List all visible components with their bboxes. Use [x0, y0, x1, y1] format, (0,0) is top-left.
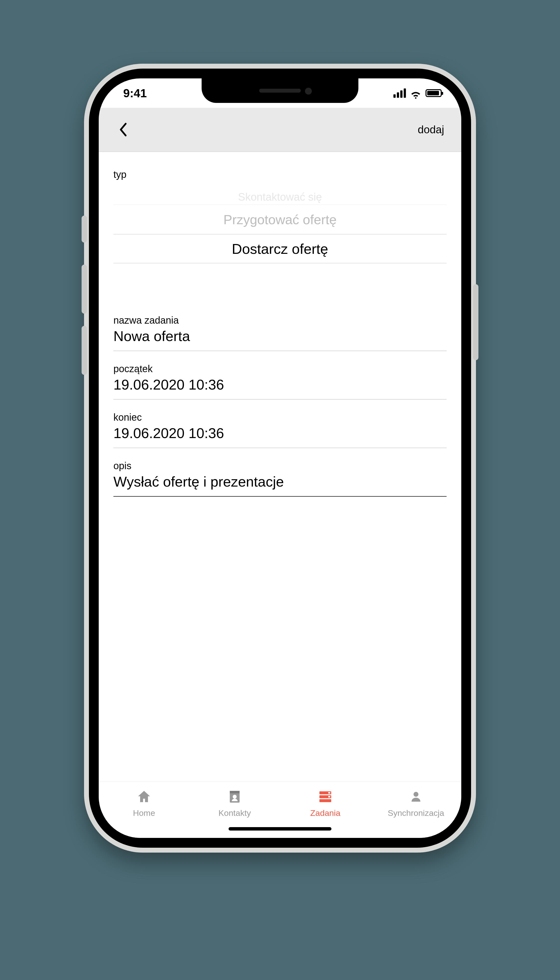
picker-option-selected[interactable]: Dostarcz ofertę [113, 234, 447, 263]
svg-rect-6 [328, 792, 330, 793]
phone-frame: 9:41 dodaj [84, 64, 476, 853]
task-name-value: Nowa oferta [113, 328, 447, 344]
tab-home-label: Home [133, 808, 155, 818]
description-value: Wysłać ofertę i prezentacje [113, 473, 447, 490]
end-field[interactable]: koniec 19.06.2020 10:36 [113, 412, 447, 448]
volume-down-button [82, 326, 87, 375]
home-indicator[interactable] [228, 827, 332, 830]
description-label: opis [113, 460, 447, 472]
battery-icon [425, 89, 442, 97]
task-name-label: nazwa zadania [113, 315, 447, 326]
home-icon [135, 788, 153, 805]
picker-option-above[interactable]: Przygotować ofertę [113, 205, 447, 234]
camera-icon [305, 88, 312, 95]
picker-option-empty [113, 263, 447, 293]
svg-rect-5 [320, 799, 331, 802]
tab-home[interactable]: Home [99, 788, 189, 818]
tasks-icon [317, 788, 334, 805]
power-button [473, 284, 478, 360]
add-button[interactable]: dodaj [415, 118, 447, 141]
tab-contacts[interactable]: Kontakty [189, 788, 280, 818]
screen: 9:41 dodaj [99, 78, 461, 838]
tab-tasks-label: Zadania [310, 808, 340, 818]
task-name-field[interactable]: nazwa zadania Nowa oferta [113, 315, 447, 351]
svg-point-8 [413, 792, 418, 797]
volume-up-button [82, 265, 87, 313]
type-label: typ [113, 169, 447, 180]
mute-switch [82, 216, 87, 243]
svg-rect-1 [230, 791, 240, 793]
notch [202, 78, 358, 103]
description-field[interactable]: opis Wysłać ofertę i prezentacje [113, 460, 447, 497]
status-time: 9:41 [123, 87, 202, 100]
tab-tasks[interactable]: Zadania [280, 788, 371, 818]
form-content: typ Skontaktować się Przygotować ofertę … [99, 152, 461, 782]
svg-rect-7 [328, 796, 330, 797]
wifi-icon [410, 89, 421, 97]
tab-sync[interactable]: Synchronizacja [371, 788, 461, 818]
speaker-icon [259, 89, 301, 93]
contacts-icon [226, 788, 243, 805]
start-label: początek [113, 363, 447, 374]
end-label: koniec [113, 412, 447, 423]
start-value: 19.06.2020 10:36 [113, 376, 447, 393]
end-value: 19.06.2020 10:36 [113, 425, 447, 441]
sync-icon [407, 788, 425, 805]
nav-header: dodaj [99, 108, 461, 152]
svg-point-2 [233, 795, 237, 799]
picker-option-faded[interactable]: Skontaktować się [113, 187, 447, 205]
start-field[interactable]: początek 19.06.2020 10:36 [113, 363, 447, 400]
tab-contacts-label: Kontakty [218, 808, 251, 818]
chevron-left-icon [118, 122, 128, 137]
tab-sync-label: Synchronizacja [388, 808, 444, 818]
cellular-signal-icon [393, 88, 406, 98]
type-picker[interactable]: Skontaktować się Przygotować ofertę Dost… [113, 187, 447, 293]
back-button[interactable] [113, 120, 133, 139]
